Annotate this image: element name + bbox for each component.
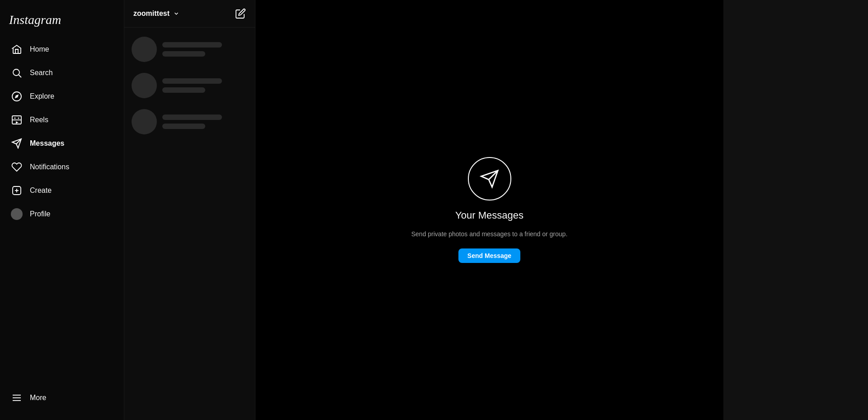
messages-username-button[interactable]: zoomittest bbox=[133, 10, 179, 18]
sidebar-item-label: Profile bbox=[30, 210, 50, 218]
messages-empty-icon bbox=[468, 157, 511, 200]
svg-marker-8 bbox=[16, 121, 19, 124]
svg-line-1 bbox=[19, 75, 22, 78]
more-label: More bbox=[30, 394, 46, 402]
compose-icon bbox=[235, 8, 246, 19]
skeleton-line bbox=[162, 115, 222, 120]
sidebar-item-home[interactable]: Home bbox=[5, 38, 118, 61]
skeleton-item-3 bbox=[124, 104, 255, 140]
sidebar: Instagram Home Search bbox=[0, 0, 124, 420]
sidebar-item-explore[interactable]: Explore bbox=[5, 85, 118, 108]
sidebar-item-label: Reels bbox=[30, 116, 48, 124]
svg-marker-3 bbox=[15, 95, 19, 98]
messages-username: zoomittest bbox=[133, 10, 170, 18]
right-spacer bbox=[723, 0, 868, 420]
skeleton-item-1 bbox=[124, 31, 255, 67]
sidebar-item-messages[interactable]: Messages bbox=[5, 132, 118, 155]
sidebar-item-create[interactable]: Create bbox=[5, 179, 118, 202]
sidebar-item-search[interactable]: Search bbox=[5, 62, 118, 84]
more-icon bbox=[11, 392, 23, 404]
skeleton-line bbox=[162, 87, 205, 93]
skeleton-avatar bbox=[132, 73, 157, 98]
sidebar-item-label: Search bbox=[30, 69, 53, 77]
svg-point-0 bbox=[13, 69, 19, 76]
notifications-icon bbox=[11, 161, 23, 173]
sidebar-item-label: Explore bbox=[30, 92, 54, 100]
skeleton-line bbox=[162, 51, 205, 57]
sidebar-item-reels[interactable]: Reels bbox=[5, 109, 118, 131]
send-icon bbox=[480, 169, 500, 189]
messages-header: zoomittest bbox=[124, 0, 255, 28]
sidebar-item-profile[interactable]: Profile bbox=[5, 203, 118, 225]
sidebar-item-label: Create bbox=[30, 186, 52, 195]
create-icon bbox=[11, 185, 23, 196]
reels-icon bbox=[11, 114, 23, 126]
profile-icon bbox=[11, 208, 23, 220]
skeleton-lines bbox=[162, 78, 248, 93]
sidebar-item-label: Notifications bbox=[30, 163, 69, 171]
empty-state-subtitle: Send private photos and messages to a fr… bbox=[411, 230, 568, 238]
svg-point-6 bbox=[18, 118, 19, 119]
sidebar-item-more[interactable]: More bbox=[5, 387, 118, 409]
chevron-down-icon bbox=[173, 10, 179, 17]
skeleton-line bbox=[162, 78, 222, 84]
skeleton-item-2 bbox=[124, 67, 255, 104]
sidebar-item-label: Home bbox=[30, 45, 49, 53]
sidebar-item-label: Messages bbox=[30, 139, 65, 148]
explore-icon bbox=[11, 91, 23, 102]
skeleton-avatar bbox=[132, 37, 157, 62]
sidebar-nav: Home Search Explore bbox=[0, 38, 124, 381]
skeleton-lines bbox=[162, 115, 248, 129]
messages-panel: zoomittest bbox=[124, 0, 255, 420]
search-icon bbox=[11, 67, 23, 79]
home-icon bbox=[11, 43, 23, 55]
skeleton-lines bbox=[162, 42, 248, 57]
sidebar-item-notifications[interactable]: Notifications bbox=[5, 156, 118, 178]
main-content: Your Messages Send private photos and me… bbox=[255, 0, 723, 420]
skeleton-avatar bbox=[132, 109, 157, 134]
messages-icon bbox=[11, 138, 23, 149]
skeleton-line bbox=[162, 124, 205, 129]
empty-state-title: Your Messages bbox=[455, 210, 524, 221]
sidebar-footer: More bbox=[0, 381, 124, 415]
skeleton-list bbox=[124, 28, 255, 143]
send-message-button[interactable]: Send Message bbox=[458, 248, 520, 263]
app-logo: Instagram bbox=[0, 5, 124, 38]
svg-point-5 bbox=[14, 118, 16, 119]
compose-button[interactable] bbox=[235, 8, 246, 19]
skeleton-line bbox=[162, 42, 222, 48]
